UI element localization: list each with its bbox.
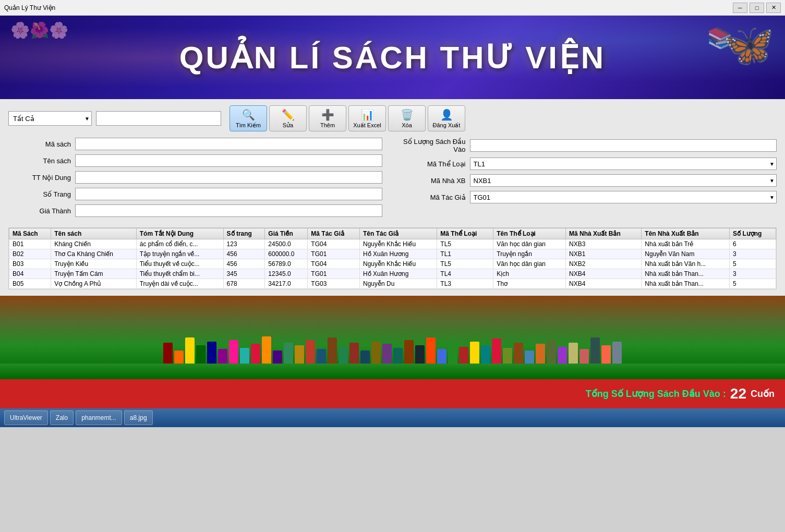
ma-tac-gia-label: Mã Tác Giả (403, 194, 466, 201)
table-cell: 24500.0 (265, 239, 308, 249)
ma-nha-xb-wrap: NXB1NXB2NXB3NXB4 ▼ (470, 174, 777, 187)
taskbar-a8jpg[interactable]: a8.jpg (124, 410, 153, 425)
gia-thanh-input[interactable] (75, 204, 382, 217)
dang-xuat-label: Đăng Xuất (433, 122, 461, 129)
xoa-button[interactable]: 🗑️ Xóa (388, 105, 426, 131)
ma-sach-label: Mã sách (8, 140, 71, 148)
data-table-wrap: Mã Sách Tên sách Tóm Tắt Nội Dung Số tra… (8, 227, 777, 289)
add-icon: ➕ (321, 108, 334, 121)
taskbar-zalo[interactable]: Zalo (50, 410, 74, 425)
edit-icon: ✏️ (282, 108, 295, 121)
ma-the-loai-select[interactable]: TL1TL2TL3TL4TL5 (470, 158, 777, 170)
so-luong-label: Số Lượng Sách Đầu Vào (403, 138, 466, 153)
gia-thanh-label: Giá Thành (8, 207, 71, 215)
search-icon: 🔍 (242, 108, 255, 121)
ma-sach-input[interactable] (75, 138, 382, 150)
ma-the-loai-label: Mã Thể Loại (403, 160, 466, 168)
ten-sach-row: Tên sách (8, 154, 382, 167)
header-banner: 🌸🌺🌸 QUẢN LÍ SÁCH THƯ VIỆN 📚 🦋 (0, 16, 785, 99)
table-cell: Tập truyện ngắn về... (136, 249, 223, 259)
table-cell: TG04 (308, 239, 360, 249)
excel-icon: 📊 (361, 108, 374, 121)
total-label: Tổng Số Lượng Sách Đầu Vào : (586, 388, 726, 400)
table-cell: TG03 (308, 279, 360, 289)
minimize-button[interactable]: ─ (733, 3, 747, 13)
table-cell: NXB3 (566, 239, 642, 249)
table-cell: NXB2 (566, 259, 642, 269)
them-button[interactable]: ➕ Thêm (309, 105, 346, 131)
close-button[interactable]: ✕ (766, 3, 781, 13)
filter-select-wrap: Tất Cả Mã Sách Tên Sách Tác Giả ▼ (8, 111, 92, 126)
toolbar: Tất Cả Mã Sách Tên Sách Tác Giả ▼ 🔍 Tìm … (8, 105, 777, 131)
table-cell: TG01 (308, 269, 360, 279)
table-cell: Hồ Xuân Hương (360, 249, 437, 259)
table-cell: Nguyễn Văn Nam (642, 249, 730, 259)
col-ma-sach: Mã Sách (9, 228, 51, 239)
table-cell: TL1 (437, 249, 493, 259)
col-ten-sach: Tên sách (51, 228, 137, 239)
ten-sach-label: Tên sách (8, 157, 71, 165)
table-cell: Kịch (493, 269, 566, 279)
so-trang-input[interactable] (75, 188, 382, 200)
search-input[interactable] (96, 111, 221, 126)
col-tom-tat: Tóm Tắt Nội Dung (136, 228, 223, 239)
tim-kiem-button[interactable]: 🔍 Tìm Kiếm (230, 105, 267, 131)
table-cell: NXB4 (566, 269, 642, 279)
maximize-button[interactable]: □ (750, 3, 764, 13)
ten-sach-input[interactable] (75, 154, 382, 167)
ma-nha-xb-select[interactable]: NXB1NXB2NXB3NXB4 (470, 174, 777, 187)
ma-the-loai-row: Mã Thể Loại TL1TL2TL3TL4TL5 ▼ (403, 158, 777, 170)
col-ten-nxb: Tên Nhà Xuất Bản (642, 228, 730, 239)
ma-the-loai-wrap: TL1TL2TL3TL4TL5 ▼ (470, 158, 777, 170)
table-row[interactable]: B03Truyện KiềuTiểu thuyết về cuộc...4565… (9, 259, 776, 269)
so-luong-input[interactable] (470, 139, 777, 152)
table-cell: 3 (730, 249, 776, 259)
logout-icon: 👤 (440, 108, 453, 121)
total-number: 22 (730, 385, 746, 402)
table-cell: 12345.0 (265, 269, 308, 279)
table-cell: Truyện ngắn (493, 249, 566, 259)
ma-sach-row: Mã sách (8, 138, 382, 150)
table-cell: 456 (223, 249, 265, 259)
xuat-excel-button[interactable]: 📊 Xuất Excel (348, 105, 386, 131)
taskbar-phanmemt[interactable]: phanmemt... (76, 410, 122, 425)
form-left: Mã sách Tên sách TT Nội Dung Số Trang Gi… (8, 138, 382, 221)
so-luong-row: Số Lượng Sách Đầu Vào (403, 138, 777, 153)
table-cell: Vợ Chồng A Phủ (51, 279, 137, 289)
table-cell: 345 (223, 269, 265, 279)
window-controls: ─ □ ✕ (733, 3, 781, 13)
sua-label: Sửa (283, 122, 293, 129)
table-cell: Tiểu thuyết về cuộc... (136, 259, 223, 269)
table-cell: Nguyễn Du (360, 279, 437, 289)
table-cell: Văn học dân gian (493, 239, 566, 249)
table-cell: Kháng Chiến (51, 239, 137, 249)
table-cell: Nhà xuất bản Than... (642, 269, 730, 279)
ma-tac-gia-select[interactable]: TG01TG02TG03TG04 (470, 191, 777, 203)
table-cell: 34217.0 (265, 279, 308, 289)
table-row[interactable]: B01Kháng Chiếnác phẩm cổ điển, c...12324… (9, 239, 776, 249)
table-cell: TL4 (437, 269, 493, 279)
dang-xuat-button[interactable]: 👤 Đăng Xuất (428, 105, 465, 131)
taskbar-ultraviewer[interactable]: UltraViewer (4, 410, 48, 425)
footer-bar: Tổng Số Lượng Sách Đầu Vào : 22 Cuốn (0, 379, 785, 408)
table-cell: Tiểu thuyết chẩm bi... (136, 269, 223, 279)
table-cell: TL5 (437, 259, 493, 269)
table-cell: B01 (9, 239, 51, 249)
table-cell: B05 (9, 279, 51, 289)
toolbar-buttons: 🔍 Tìm Kiếm ✏️ Sửa ➕ Thêm 📊 Xuất Excel 🗑️… (230, 105, 465, 131)
flower-decoration: 🌸🌺🌸 (10, 21, 68, 39)
butterfly-decoration: 🦋 (722, 21, 775, 70)
table-row[interactable]: B02Thơ Ca Kháng ChiếnTập truyện ngắn về.… (9, 249, 776, 259)
table-cell: Nhà xuất bản Than... (642, 279, 730, 289)
col-so-luong: Số Lượng (730, 228, 776, 239)
filter-select[interactable]: Tất Cả Mã Sách Tên Sách Tác Giả (8, 111, 92, 126)
sua-button[interactable]: ✏️ Sửa (269, 105, 307, 131)
ma-tac-gia-wrap: TG01TG02TG03TG04 ▼ (470, 191, 777, 203)
tt-noi-dung-input[interactable] (75, 171, 382, 184)
table-row[interactable]: B04Truyện Tấm CámTiểu thuyết chẩm bi...3… (9, 269, 776, 279)
table-row[interactable]: B05Vợ Chồng A PhủTruyện dài về cuộc...67… (9, 279, 776, 289)
table-cell: NXB4 (566, 279, 642, 289)
col-so-trang: Số trang (223, 228, 265, 239)
ma-nha-xb-row: Mã Nhà XB NXB1NXB2NXB3NXB4 ▼ (403, 174, 777, 187)
col-gia-tien: Giá Tiền (265, 228, 308, 239)
